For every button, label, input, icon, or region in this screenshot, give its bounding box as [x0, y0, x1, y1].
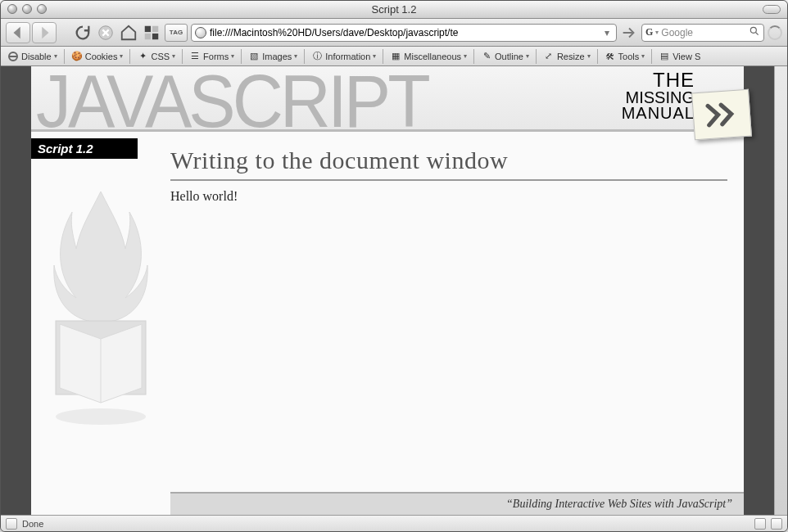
missing-manual-label: THE MISSING MANUAL [622, 71, 695, 121]
forms-icon: ☰ [189, 51, 201, 62]
throbber-icon [768, 25, 782, 40]
tiles-icon[interactable] [142, 23, 161, 43]
svg-rect-2 [152, 25, 158, 31]
css-icon: ✦ [137, 51, 148, 62]
page-banner: JAVASCRIPT THE MISSING MANUAL [31, 66, 744, 132]
svg-rect-3 [145, 33, 151, 38]
devbar-forms[interactable]: ☰ Forms▾ [186, 47, 238, 65]
svg-point-5 [750, 27, 756, 33]
devbar-miscellaneous[interactable]: ▦ Miscellaneous▾ [387, 47, 470, 65]
footer-text: “Building Interactive Web Sites with Jav… [506, 498, 732, 511]
search-icon[interactable] [749, 25, 760, 39]
status-bar: Done [1, 515, 787, 531]
page-content: JAVASCRIPT THE MISSING MANUAL [31, 66, 744, 515]
traffic-lights [7, 4, 47, 14]
disable-icon [7, 51, 19, 62]
devbar-css[interactable]: ✦ CSS▾ [134, 47, 179, 65]
resize-icon: ⤢ [543, 51, 555, 62]
page-viewport: JAVASCRIPT THE MISSING MANUAL [1, 66, 774, 515]
devbar-disable[interactable]: Disable▾ [4, 47, 61, 65]
url-text: file:///Macintosh%20HD/Users/dave/Deskto… [210, 27, 598, 38]
toolbar-toggle-lozenge[interactable] [763, 5, 781, 14]
sticky-note-button[interactable] [691, 89, 752, 141]
close-dot[interactable] [7, 4, 17, 14]
search-engine-dropdown-icon[interactable]: ▾ [655, 29, 659, 36]
svg-point-8 [56, 408, 146, 425]
chevron-double-right-icon [703, 99, 740, 131]
forward-button[interactable] [32, 22, 57, 43]
globe-icon [195, 27, 206, 38]
url-bar[interactable]: file:///Macintosh%20HD/Users/dave/Deskto… [191, 24, 617, 42]
devbar-viewsource[interactable]: ▤ View S [655, 47, 704, 65]
cookies-icon: 🍪 [71, 51, 83, 62]
web-developer-toolbar: Disable▾ 🍪 Cookies▾ ✦ CSS▾ ☰ Forms▾ ▧ Im… [1, 47, 787, 66]
window-titlebar: Script 1.2 [1, 1, 787, 19]
browser-window: Script 1.2 TAG file:///Macintosh% [0, 0, 788, 532]
page-footer: “Building Interactive Web Sites with Jav… [170, 492, 744, 515]
devbar-resize[interactable]: ⤢ Resize▾ [540, 47, 594, 65]
devbar-images[interactable]: ▧ Images▾ [245, 47, 301, 65]
go-button[interactable] [620, 24, 638, 42]
devbar-information[interactable]: ⓘ Information▾ [308, 47, 379, 65]
left-sidebar: Script 1.2 [31, 132, 170, 492]
status-right-icon-2[interactable] [771, 518, 782, 530]
window-title: Script 1.2 [1, 3, 787, 16]
search-placeholder: Google [661, 27, 693, 38]
back-button[interactable] [6, 22, 30, 43]
page-body-text: Hello world! [170, 189, 727, 204]
google-g-icon: G [645, 26, 653, 38]
nav-buttons [6, 22, 57, 43]
book-fire-illustration [31, 183, 170, 431]
view-source-icon: ▤ [659, 51, 670, 62]
tools-icon: 🛠 [605, 51, 616, 62]
devbar-outline[interactable]: ✎ Outline▾ [478, 47, 532, 65]
misc-icon: ▦ [390, 51, 401, 62]
main-column: Writing to the document window Hello wor… [170, 132, 744, 492]
page-heading: Writing to the document window [170, 147, 727, 181]
svg-rect-1 [145, 25, 151, 31]
reload-button[interactable] [73, 23, 93, 43]
outline-icon: ✎ [481, 51, 492, 62]
images-icon: ▧ [248, 51, 260, 62]
vertical-scrollbar[interactable] [774, 66, 787, 515]
banner-wordmark: JAVASCRIPT [31, 73, 428, 130]
svg-rect-4 [152, 33, 158, 38]
devbar-cookies[interactable]: 🍪 Cookies▾ [68, 47, 127, 65]
url-dropdown-icon[interactable]: ▾ [601, 27, 613, 38]
home-button[interactable] [119, 23, 138, 43]
stop-button[interactable] [96, 23, 115, 43]
tag-button[interactable]: TAG [165, 24, 188, 42]
status-text: Done [22, 519, 43, 529]
browser-toolbar: TAG file:///Macintosh%20HD/Users/dave/De… [1, 19, 787, 47]
search-bar[interactable]: G ▾ Google [641, 24, 764, 42]
minimize-dot[interactable] [22, 4, 32, 14]
zoom-dot[interactable] [37, 4, 47, 14]
devbar-tools[interactable]: 🛠 Tools▾ [601, 47, 649, 65]
status-left-icon[interactable] [6, 518, 17, 530]
status-right-icon-1[interactable] [754, 518, 766, 530]
info-icon: ⓘ [311, 51, 323, 62]
